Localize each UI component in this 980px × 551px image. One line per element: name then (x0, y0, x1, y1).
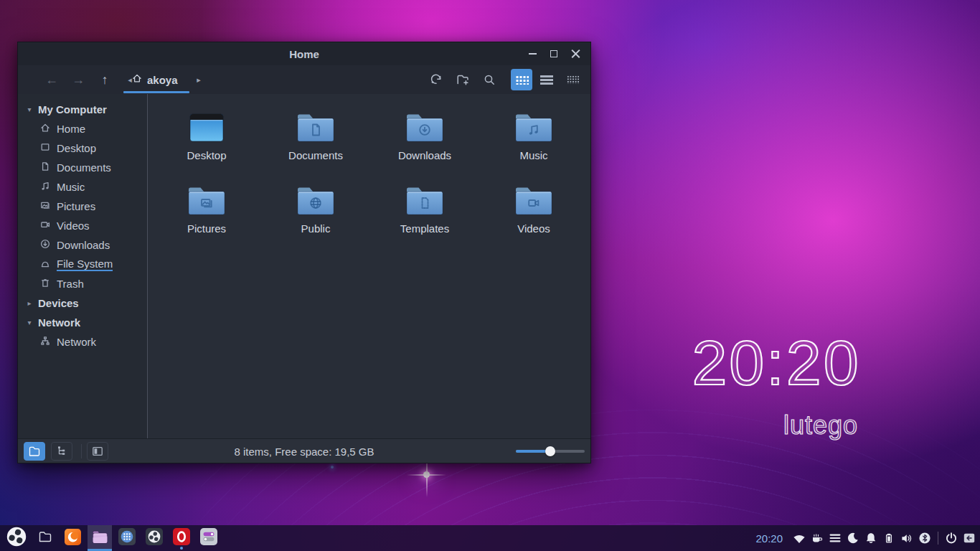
folder-item-documents[interactable]: Documents (261, 105, 370, 179)
folder-item-public[interactable]: Public (261, 179, 370, 252)
file-manager-window: Home ← → ↑ ◂ akoya ▸ ▾My ComputerHomeDes… (17, 42, 591, 463)
tray-coffee-icon[interactable] (810, 531, 824, 545)
templates-folder-icon (403, 179, 446, 220)
sidebar-item-label: Pictures (57, 200, 95, 212)
window-title: Home (289, 48, 319, 60)
folder-item-templates[interactable]: Templates (370, 179, 479, 252)
sidebar-section-label: Devices (38, 297, 79, 309)
documents-folder-icon (294, 105, 337, 147)
zoom-slider[interactable] (516, 450, 585, 453)
compact-view-button[interactable] (562, 69, 583, 90)
icon-view-icon (515, 75, 529, 85)
folder-item-desktop[interactable]: Desktop (152, 105, 261, 179)
chevron-down-icon[interactable]: ▾ (25, 105, 34, 113)
sidebar-item-label: Trash (57, 278, 84, 290)
sidebar-item-label: File System (57, 258, 113, 271)
sidebar-item-music[interactable]: Music (18, 177, 147, 197)
minimize-button[interactable] (522, 44, 543, 63)
taskbar-app-grid-button[interactable] (115, 525, 139, 551)
folder-label: Templates (400, 222, 449, 235)
folder-item-pictures[interactable]: Pictures (152, 179, 261, 252)
opera-icon (173, 528, 190, 548)
folder-item-videos[interactable]: Videos (479, 179, 588, 252)
sidebar-item-desktop[interactable]: Desktop (18, 138, 147, 158)
up-button[interactable]: ↑ (97, 65, 113, 94)
folder-label: Videos (517, 222, 550, 235)
sidebar-section-label: Network (38, 316, 80, 329)
zoom-slider-handle[interactable] (545, 446, 555, 456)
sidebar-item-home[interactable]: Home (18, 119, 147, 138)
sidebar-item-network[interactable]: Network (18, 332, 147, 352)
tray-collapse-panel-icon[interactable] (962, 531, 976, 545)
tray-clock[interactable]: 20:20 (755, 532, 783, 545)
list-view-button[interactable] (536, 69, 557, 90)
reload-button[interactable] (428, 65, 444, 94)
firefox-icon (65, 529, 81, 548)
sidebar-item-videos[interactable]: Videos (18, 216, 147, 235)
sidebar-item-label: Network (57, 336, 96, 348)
chevron-right-icon[interactable]: ▸ (25, 299, 34, 307)
back-button[interactable]: ← (44, 65, 60, 94)
tray-battery-icon[interactable] (882, 531, 896, 545)
sidebar-item-documents[interactable]: Documents (18, 158, 147, 177)
sidebar-section-label: My Computer (38, 103, 107, 116)
sidebar-item-label: Documents (57, 161, 111, 174)
titlebar[interactable]: Home (18, 42, 590, 65)
sidebar-item-label: Home (57, 123, 85, 135)
close-icon (571, 50, 580, 59)
picture-icon (39, 199, 51, 214)
forward-button[interactable]: → (70, 65, 86, 94)
taskbar-system-logo-button[interactable] (142, 525, 166, 551)
tray-bluetooth-icon[interactable] (918, 531, 932, 545)
folder-label: Desktop (187, 149, 226, 161)
taskbar-distro-menu-button[interactable] (3, 525, 30, 551)
tray-night-light-icon[interactable] (846, 531, 860, 545)
distro-menu-icon (6, 526, 27, 550)
tray-notifications-icon[interactable] (864, 531, 878, 545)
video-icon (39, 219, 51, 233)
home-icon (131, 72, 143, 87)
search-button[interactable] (481, 65, 497, 94)
maximize-button[interactable] (543, 44, 565, 63)
music-icon (39, 180, 51, 194)
sidebar-section-network[interactable]: ▾Network (18, 313, 147, 332)
taskbar-toggles-button[interactable] (197, 525, 221, 551)
taskbar-file-manager-button[interactable] (88, 525, 112, 551)
videos-folder-icon (512, 179, 555, 220)
sidebar-section-devices[interactable]: ▸Devices (18, 293, 147, 313)
folder-item-downloads[interactable]: Downloads (370, 105, 479, 179)
downloads-folder-icon (403, 105, 446, 147)
taskbar-opera-button[interactable] (169, 525, 194, 551)
home-icon (39, 122, 51, 136)
folder-view[interactable]: Desktop Documents Downloads Music Pictur… (148, 94, 590, 438)
sidebar-item-downloads[interactable]: Downloads (18, 235, 147, 255)
sidebar-item-trash[interactable]: Trash (18, 274, 147, 293)
folder-label: Music (519, 149, 547, 161)
tray-power-icon[interactable] (944, 531, 958, 545)
window-controls (522, 42, 586, 65)
sidebar-item-label: Desktop (57, 142, 96, 154)
sidebar-item-file-system[interactable]: File System (18, 255, 147, 274)
folder-item-music[interactable]: Music (479, 105, 588, 179)
tray-volume-icon[interactable] (900, 531, 914, 545)
sidebar-item-pictures[interactable]: Pictures (18, 197, 147, 216)
close-button[interactable] (565, 44, 586, 63)
wallpaper-small-star (331, 466, 334, 468)
tab-scroll-right-icon[interactable]: ▸ (193, 65, 204, 94)
sidebar-section-my-computer[interactable]: ▾My Computer (18, 100, 147, 119)
tray-menu-icon[interactable] (828, 531, 842, 545)
taskbar-folder-shortcut-button[interactable] (33, 525, 57, 551)
new-folder-button[interactable] (455, 65, 471, 94)
chevron-down-icon[interactable]: ▾ (25, 319, 34, 326)
folder-grid: Desktop Documents Downloads Music Pictur… (148, 94, 590, 252)
maximize-icon (550, 50, 557, 57)
music-folder-icon (512, 105, 555, 147)
file-manager-icon (91, 528, 109, 549)
folder-label: Downloads (398, 149, 451, 161)
path-tab-label: akoya (147, 74, 178, 86)
pictures-folder-icon (185, 179, 228, 220)
path-tab[interactable]: akoya (131, 65, 178, 94)
taskbar-firefox-button[interactable] (60, 525, 85, 551)
icon-view-button[interactable] (511, 69, 532, 90)
tray-wifi-icon[interactable] (792, 531, 806, 545)
